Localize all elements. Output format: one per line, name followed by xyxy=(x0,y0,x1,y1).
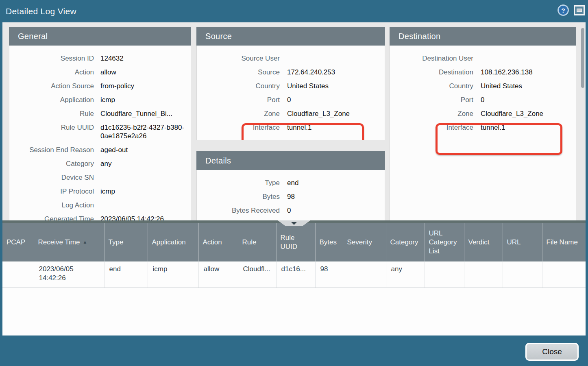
column-header-label: Category xyxy=(390,238,418,246)
column-header-severity[interactable]: Severity xyxy=(343,223,386,261)
cell-url xyxy=(503,261,542,288)
column-header-label: Rule UUID xyxy=(281,234,298,251)
cell-action: allow xyxy=(198,261,238,288)
field-value: Cloudflare_L3_Zone xyxy=(481,109,576,118)
cell-rule-uuid: d1c16... xyxy=(276,261,315,288)
column-header-pcap[interactable]: PCAP xyxy=(2,223,34,261)
vertical-scrollbar-thumb[interactable] xyxy=(581,28,584,88)
field-row: Session End Reasonaged-out xyxy=(9,143,191,157)
general-panel-header: General xyxy=(9,27,191,46)
field-value: United States xyxy=(481,82,576,90)
field-label: Interface xyxy=(390,123,473,132)
cell-verdict xyxy=(464,261,503,288)
column-header-application[interactable]: Application xyxy=(148,223,198,261)
table-row[interactable]: 2023/06/05 14:42:26 end icmp allow Cloud… xyxy=(2,261,586,288)
field-label: Session ID xyxy=(9,54,94,63)
restore-window-icon-glyph xyxy=(577,9,582,12)
log-table: PCAP Receive Time▲ Type Application Acti… xyxy=(2,223,586,288)
field-label: IP Protocol xyxy=(9,187,94,196)
field-row: ZoneCloudflare_L3_Zone xyxy=(197,107,385,120)
field-label: Action Source xyxy=(9,82,94,90)
column-header-verdict[interactable]: Verdict xyxy=(464,223,503,261)
field-label: Destination xyxy=(390,68,473,76)
field-row: Device SN xyxy=(9,170,191,184)
column-header-label: Rule xyxy=(242,238,257,246)
cell-url-category-list xyxy=(425,261,464,288)
field-value: 98 xyxy=(287,192,385,201)
titlebar-icons: ? xyxy=(558,4,585,16)
destination-panel: Destination Destination User Destination… xyxy=(390,27,576,223)
column-header-url-category-list[interactable]: URL Category List xyxy=(425,223,464,261)
field-label: Country xyxy=(390,82,473,90)
field-label: Bytes Received xyxy=(197,206,280,215)
general-panel-body: Session ID124632 Actionallow Action Sour… xyxy=(9,46,191,223)
help-icon[interactable]: ? xyxy=(558,4,569,16)
detail-panels-area: General Session ID124632 Actionallow Act… xyxy=(2,22,586,223)
field-value: tunnel.1 xyxy=(287,123,385,132)
field-row: Bytes Received0 xyxy=(197,203,385,217)
cell-bytes: 98 xyxy=(315,261,343,288)
titlebar: Detailed Log View ? xyxy=(0,0,588,22)
source-panel-body: Source User Source172.64.240.253 Country… xyxy=(196,46,385,140)
field-label: Log Action xyxy=(9,201,94,209)
details-panel: Details Typeend Bytes98 Bytes Received0 xyxy=(196,151,385,223)
source-panel: Source Source User Source172.64.240.253 … xyxy=(196,27,385,140)
field-row: Interfacetunnel.1 xyxy=(197,120,385,134)
footer: Close xyxy=(0,336,588,366)
field-row: Destination108.162.236.138 xyxy=(390,65,576,79)
column-header-rule[interactable]: Rule xyxy=(238,223,276,261)
column-header-label: Severity xyxy=(347,238,372,246)
details-panel-body: Typeend Bytes98 Bytes Received0 xyxy=(196,170,385,223)
field-value: United States xyxy=(287,82,385,90)
field-value: allow xyxy=(100,68,191,76)
field-value: 0 xyxy=(481,96,576,104)
cell-rule: Cloudfl... xyxy=(238,261,276,288)
column-header-label: Receive Time xyxy=(38,238,80,246)
field-value: from-policy xyxy=(100,82,191,90)
column-header-type[interactable]: Type xyxy=(104,223,148,261)
field-row: Destination User xyxy=(390,51,576,65)
field-label: Rule xyxy=(9,109,94,118)
field-row: Port0 xyxy=(390,93,576,107)
field-row: Rule UUIDd1c16235-b2f2-4327-b380-0ae1875… xyxy=(9,120,191,143)
field-label: Type xyxy=(197,179,280,187)
destination-panel-body: Destination User Destination108.162.236.… xyxy=(390,46,576,223)
destination-panel-header: Destination xyxy=(390,27,576,46)
field-row: CountryUnited States xyxy=(390,79,576,93)
field-label: Zone xyxy=(197,109,280,118)
field-row: IP Protocolicmp xyxy=(9,184,191,198)
field-label: Rule UUID xyxy=(9,123,94,132)
cell-file-name xyxy=(542,261,586,288)
field-row: Interfacetunnel.1 xyxy=(390,120,576,134)
field-label: Action xyxy=(9,68,94,76)
field-label: Source User xyxy=(197,54,280,63)
table-header-row: PCAP Receive Time▲ Type Application Acti… xyxy=(2,223,586,261)
field-value: aged-out xyxy=(100,146,191,154)
column-header-category[interactable]: Category xyxy=(386,223,425,261)
column-header-rule-uuid[interactable]: Rule UUID xyxy=(276,223,315,261)
restore-window-icon[interactable] xyxy=(574,5,585,15)
column-header-receive-time[interactable]: Receive Time▲ xyxy=(34,223,104,261)
column-header-file-name[interactable]: File Name xyxy=(542,223,586,261)
column-header-label: Action xyxy=(203,238,222,246)
field-row: Actionallow xyxy=(9,65,191,79)
close-button[interactable]: Close xyxy=(525,343,579,361)
cell-receive-time: 2023/06/05 14:42:26 xyxy=(34,261,104,288)
column-header-label: Bytes xyxy=(320,238,337,246)
field-value: Cloudflare_L3_Zone xyxy=(287,109,385,118)
field-value: 124632 xyxy=(100,54,191,63)
field-label: Port xyxy=(197,96,280,104)
field-value: 108.162.236.138 xyxy=(481,68,576,76)
column-header-label: Verdict xyxy=(468,238,490,246)
field-row: RuleCloudflare_Tunnel_Bi... xyxy=(9,107,191,120)
column-header-url[interactable]: URL xyxy=(503,223,542,261)
column-header-action[interactable]: Action xyxy=(198,223,238,261)
column-header-label: PCAP xyxy=(7,238,25,246)
field-row: Source User xyxy=(197,51,385,65)
general-panel: General Session ID124632 Actionallow Act… xyxy=(9,27,191,223)
cell-type: end xyxy=(104,261,148,288)
field-value: tunnel.1 xyxy=(481,123,576,132)
field-value: any xyxy=(100,159,191,168)
column-header-label: URL xyxy=(507,238,521,246)
column-header-bytes[interactable]: Bytes xyxy=(315,223,343,261)
